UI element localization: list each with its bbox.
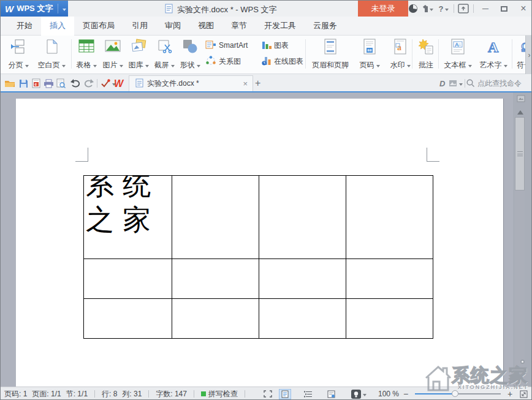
chevron-down-icon [197,65,200,69]
watermark-icon: a [393,39,407,57]
close-button[interactable]: × [515,2,531,15]
divider [454,4,454,13]
tab-page-layout[interactable]: 页面布局 [74,17,123,35]
fit-page-button[interactable] [517,389,530,399]
zoom-slider[interactable] [415,393,501,394]
redo-icon[interactable] [83,77,95,89]
table-cell[interactable] [346,176,433,259]
divider [473,4,474,13]
collapse-ribbon-icon[interactable] [458,3,469,14]
search-icon [466,79,474,89]
table-cell[interactable] [346,259,433,299]
table-cell[interactable]: 系统之家 [84,176,172,259]
comment-icon [418,39,434,57]
eye-protection-button[interactable] [349,389,368,399]
docer-icon[interactable]: D [437,77,449,89]
side-pane-icon[interactable] [517,94,525,105]
chevron-down-icon [120,65,123,69]
page-view-button[interactable] [279,389,291,399]
screenshot-button[interactable]: 截屏 [151,37,177,70]
close-tab-icon[interactable]: × [243,79,248,88]
open-icon[interactable] [4,77,16,89]
divider [512,39,512,69]
fullscreen-view-button[interactable] [262,389,274,399]
table-cell[interactable] [84,299,172,339]
table-cell[interactable] [172,259,259,299]
menu-tab-bar: 开始 插入 页面布局 引用 审阅 视图 章节 开发工具 云服务 [1,17,532,36]
hotspot-icon[interactable] [408,3,419,14]
wps-menu-button[interactable]: W WPS 文字 [1,1,68,17]
maximize-button[interactable] [496,2,512,15]
tab-cloud[interactable]: 云服务 [305,17,346,35]
outline-view-button[interactable] [302,389,314,399]
ribbon-expand-button[interactable]: › [525,36,532,74]
tab-review[interactable]: 审阅 [156,17,189,35]
zoom-slider-handle[interactable] [452,390,458,397]
table-button[interactable]: 表格 [74,37,99,70]
tab-developer[interactable]: 开发工具 [256,17,305,35]
online-chart-button[interactable]: 在线图表 [262,55,303,67]
find-command-box[interactable]: 点此查找命令 [466,78,522,89]
table-cell[interactable] [259,299,346,339]
web-view-button[interactable] [325,389,337,399]
table-cell[interactable] [84,259,172,299]
blank-page-button[interactable]: 空白页 [34,37,69,70]
login-button[interactable]: 未登录 [358,1,408,17]
divider [245,390,245,398]
table-cell[interactable] [172,176,259,259]
zoom-out-button[interactable]: − [401,389,410,399]
textbox-button[interactable]: A 文本框 [441,37,475,70]
gallery-button[interactable]: 图库 [126,37,151,70]
tab-section[interactable]: 章节 [222,17,256,35]
status-line: 行: 8 [102,389,117,399]
share-picture-icon[interactable] [448,77,463,89]
print-preview-icon[interactable] [55,77,67,89]
shapes-button[interactable]: 形状 [177,37,203,70]
tab-view[interactable]: 视图 [189,17,222,35]
scroll-up-arrow[interactable] [517,107,523,115]
document-tab[interactable]: 实验文件.docx * × [129,75,253,91]
status-word-count[interactable]: 字数: 147 [156,389,187,399]
help-icon[interactable]: ? [438,3,449,14]
document-tab-label: 实验文件.docx * [147,78,199,89]
header-footer-button[interactable]: 页眉和页脚 [310,37,351,70]
minimize-button[interactable]: ─ [477,2,493,15]
chart-button[interactable]: 图表 [262,39,289,51]
undo-icon[interactable] [69,77,82,89]
watermark-button[interactable]: a 水印 [387,37,414,70]
picture-button[interactable]: 图片 [100,37,126,70]
zoom-level[interactable]: 100 % [378,390,399,398]
title-bar: W WPS 文字 实验文件.docx * - WPS 文字 未登录 ? ─ × [1,1,532,17]
svg-text:A: A [488,39,499,55]
smartart-button[interactable]: SmartArt [205,39,248,51]
save-icon[interactable] [17,77,29,89]
wordart-button[interactable]: A 艺术字 [476,37,511,70]
divider [94,390,95,398]
scrollbar-thumb[interactable] [515,117,525,191]
spellcheck-button[interactable]: 拼写检查 [201,389,238,399]
comment-button[interactable]: 批注 [415,37,437,70]
document-page[interactable]: 系统之家 [16,99,503,387]
export-pdf-icon[interactable]: e [30,77,42,89]
tab-references[interactable]: 引用 [123,17,156,35]
window-title: 实验文件.docx * - WPS 文字 [177,4,277,15]
table-cell[interactable] [346,299,433,339]
table-cell[interactable] [172,299,259,339]
tab-insert[interactable]: 插入 [41,17,74,36]
new-tab-button[interactable]: + [255,78,260,89]
vertical-scrollbar[interactable] [515,117,525,387]
print-icon[interactable] [42,77,55,89]
skin-icon[interactable] [422,3,433,14]
wps-home-icon[interactable]: W [113,77,126,89]
page-number-button[interactable]: 页码 [354,37,386,70]
relationship-button[interactable]: 关系图 [205,55,241,67]
svg-text:A: A [455,42,459,48]
tab-home[interactable]: 开始 [8,17,41,35]
margin-mark-top-right [427,148,439,162]
table-cell[interactable] [259,259,346,299]
table-cell[interactable] [259,176,346,259]
zoom-in-button[interactable]: + [506,389,514,399]
document-workspace[interactable]: 系统之家 [1,92,532,387]
page-break-button[interactable]: 分页 [4,37,32,70]
chevron-down-icon [171,65,175,69]
